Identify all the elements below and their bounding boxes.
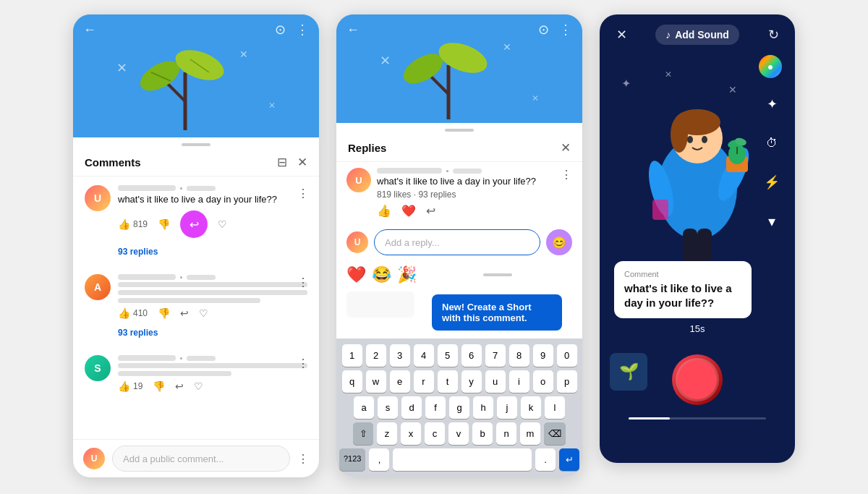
color-picker-btn[interactable]: ● bbox=[759, 55, 782, 78]
key-q[interactable]: q bbox=[342, 370, 362, 393]
thumbs-up-icon[interactable]: 👍 bbox=[118, 380, 130, 392]
svg-text:✕: ✕ bbox=[116, 61, 127, 75]
key-k[interactable]: k bbox=[521, 396, 541, 419]
heart-icon[interactable]: ♡ bbox=[218, 218, 227, 230]
reply-icon[interactable]: ↩ bbox=[175, 380, 184, 392]
key-m[interactable]: m bbox=[520, 422, 540, 445]
key-c[interactable]: c bbox=[425, 422, 445, 445]
thumbs-down-icon[interactable]: 👎 bbox=[158, 307, 170, 319]
heart-icon[interactable]: ♡ bbox=[194, 380, 203, 392]
back-icon[interactable]: ← bbox=[346, 22, 359, 38]
key-comma[interactable]: , bbox=[369, 448, 389, 471]
key-o[interactable]: o bbox=[533, 370, 553, 393]
key-numbers[interactable]: ?123 bbox=[339, 448, 365, 471]
key-f[interactable]: f bbox=[425, 396, 446, 419]
comment-more-icon[interactable]: ⋮ bbox=[297, 187, 309, 200]
key-4[interactable]: 4 bbox=[414, 344, 434, 367]
reply-icon[interactable]: ↩ bbox=[426, 204, 435, 218]
svg-rect-29 bbox=[652, 200, 668, 220]
add-comment-input[interactable]: Add a public comment... bbox=[112, 446, 290, 472]
reply-input[interactable]: Add a reply... bbox=[374, 229, 540, 255]
comment-more-icon[interactable]: ⋮ bbox=[561, 168, 572, 218]
key-h[interactable]: h bbox=[473, 396, 493, 419]
key-x[interactable]: x bbox=[401, 422, 421, 445]
heart-emoji[interactable]: ❤️ bbox=[346, 265, 366, 284]
party-emoji[interactable]: 🎉 bbox=[397, 265, 417, 284]
key-delete[interactable]: ⌫ bbox=[544, 422, 566, 445]
key-l[interactable]: l bbox=[545, 396, 565, 419]
key-7[interactable]: 7 bbox=[485, 344, 506, 367]
dot bbox=[180, 276, 182, 278]
comment-more-icon[interactable]: ⋮ bbox=[297, 357, 309, 370]
close-icon[interactable]: ✕ bbox=[610, 23, 633, 46]
laugh-emoji[interactable]: 😂 bbox=[372, 265, 391, 284]
comment-more-icon[interactable]: ⋮ bbox=[297, 276, 309, 289]
timer-settings-btn[interactable]: ⏱ bbox=[759, 130, 785, 156]
username-bar bbox=[377, 168, 442, 174]
sparkle-btn[interactable]: ✦ bbox=[759, 91, 785, 117]
camera-icon[interactable]: ⊙ bbox=[275, 22, 286, 38]
likes-count: 410 bbox=[133, 308, 148, 318]
key-b[interactable]: b bbox=[472, 422, 493, 445]
key-t[interactable]: t bbox=[438, 370, 458, 393]
chevron-down-btn[interactable]: ▾ bbox=[759, 208, 785, 234]
key-j[interactable]: j bbox=[497, 396, 517, 419]
thumbs-up-icon[interactable]: 👍 bbox=[377, 204, 391, 218]
key-e[interactable]: e bbox=[390, 370, 410, 393]
key-n[interactable]: n bbox=[496, 422, 516, 445]
key-a[interactable]: a bbox=[354, 396, 374, 419]
key-r[interactable]: r bbox=[414, 370, 434, 393]
svg-point-30 bbox=[687, 136, 693, 143]
spark-icon: ✕ bbox=[665, 69, 672, 80]
camera-icon[interactable]: ⊙ bbox=[538, 22, 549, 38]
key-8[interactable]: 8 bbox=[509, 344, 529, 367]
key-0[interactable]: 0 bbox=[557, 344, 577, 367]
comment-meta bbox=[377, 168, 555, 174]
comment-more-icon[interactable]: ⋮ bbox=[297, 452, 309, 466]
heart-icon[interactable]: ♡ bbox=[199, 307, 208, 319]
record-button[interactable] bbox=[672, 354, 723, 405]
key-u[interactable]: u bbox=[485, 370, 506, 393]
refresh-icon[interactable]: ↻ bbox=[762, 23, 785, 46]
key-v[interactable]: v bbox=[448, 422, 469, 445]
replies-link-2[interactable]: 93 replies bbox=[73, 325, 319, 346]
thumbs-up-icon[interactable]: 👍 bbox=[118, 218, 130, 230]
key-9[interactable]: 9 bbox=[533, 344, 553, 367]
key-y[interactable]: y bbox=[461, 370, 482, 393]
key-2[interactable]: 2 bbox=[366, 344, 386, 367]
key-space[interactable] bbox=[393, 448, 532, 471]
reply-icon[interactable]: ↩ bbox=[180, 307, 189, 319]
more-icon[interactable]: ⋮ bbox=[296, 22, 309, 38]
key-w[interactable]: w bbox=[366, 370, 386, 393]
key-shift[interactable]: ⇧ bbox=[353, 422, 373, 445]
thumbs-down-icon[interactable]: 👎 bbox=[158, 218, 170, 230]
key-i[interactable]: i bbox=[509, 370, 529, 393]
key-3[interactable]: 3 bbox=[390, 344, 410, 367]
key-p[interactable]: p bbox=[557, 370, 577, 393]
filter-icon[interactable]: ⊟ bbox=[277, 155, 287, 170]
more-icon[interactable]: ⋮ bbox=[559, 22, 572, 38]
replies-link-1[interactable]: 93 replies bbox=[73, 244, 319, 265]
reply-circle[interactable]: ↩ bbox=[180, 210, 208, 238]
avatar: S bbox=[85, 355, 111, 381]
key-1[interactable]: 1 bbox=[342, 344, 362, 367]
thumbs-down-icon[interactable]: 👎 bbox=[153, 380, 165, 392]
key-g[interactable]: g bbox=[449, 396, 469, 419]
key-period[interactable]: . bbox=[535, 448, 556, 471]
key-z[interactable]: z bbox=[377, 422, 397, 445]
key-s[interactable]: s bbox=[378, 396, 398, 419]
thumbs-up-icon[interactable]: 👍 bbox=[118, 307, 130, 319]
key-enter[interactable]: ↵ bbox=[559, 448, 579, 471]
heart-sticker-icon[interactable]: ❤️ bbox=[401, 204, 416, 218]
close-icon[interactable]: ✕ bbox=[297, 155, 307, 170]
key-5[interactable]: 5 bbox=[438, 344, 458, 367]
comment-actions: 👍 19 👎 ↩ ♡ bbox=[118, 380, 307, 392]
add-sound-button[interactable]: ♪ Add Sound bbox=[655, 25, 739, 45]
close-icon[interactable]: ✕ bbox=[561, 140, 571, 156]
key-d[interactable]: d bbox=[401, 396, 422, 419]
send-emoji-btn[interactable]: 😊 bbox=[546, 229, 572, 255]
thumbnail-preview[interactable]: 🌱 bbox=[610, 353, 647, 391]
back-icon[interactable]: ← bbox=[83, 22, 96, 38]
flash-off-btn[interactable]: ⚡ bbox=[759, 169, 785, 195]
key-6[interactable]: 6 bbox=[461, 344, 482, 367]
